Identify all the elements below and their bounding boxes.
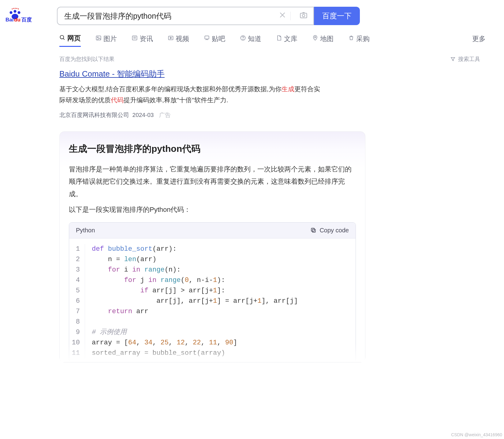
news-icon bbox=[132, 35, 138, 43]
ad-label: 广告 bbox=[159, 112, 171, 118]
svg-point-1 bbox=[14, 10, 17, 13]
ad-result: Baidu Comate - 智能编码助手 基于文心大模型,结合百度积累多年的编… bbox=[57, 68, 326, 119]
svg-point-7 bbox=[17, 8, 17, 9]
svg-rect-14 bbox=[301, 13, 307, 18]
copy-icon bbox=[310, 227, 316, 233]
tab-label: 视频 bbox=[176, 34, 189, 43]
svg-point-28 bbox=[315, 36, 316, 38]
wenku-icon bbox=[276, 35, 282, 43]
tab-caigou[interactable]: 采购 bbox=[348, 34, 370, 47]
search-box bbox=[57, 7, 314, 25]
svg-rect-25 bbox=[205, 36, 209, 39]
answer-card: 生成一段冒泡排序的python代码 冒泡排序是一种简单的排序算法，它重复地遍历要… bbox=[59, 131, 365, 362]
tab-zhidao[interactable]: 知道 bbox=[240, 34, 261, 47]
video-icon bbox=[168, 35, 174, 43]
code-gutter: 1234567891011 bbox=[69, 244, 85, 359]
tab-video[interactable]: 视频 bbox=[168, 34, 189, 47]
tab-label: 文库 bbox=[284, 34, 297, 43]
caigou-icon bbox=[348, 35, 354, 43]
svg-point-2 bbox=[18, 11, 21, 14]
tieba-icon bbox=[204, 35, 210, 43]
search-input[interactable] bbox=[64, 12, 274, 21]
baidu-logo[interactable]: Bai du 百度 bbox=[6, 8, 51, 24]
tab-label: 知道 bbox=[248, 34, 261, 43]
copy-code-label: Copy code bbox=[319, 227, 349, 234]
tab-news[interactable]: 资讯 bbox=[132, 34, 153, 47]
filter-icon bbox=[450, 56, 456, 62]
svg-rect-18 bbox=[96, 36, 101, 40]
svg-point-27 bbox=[243, 39, 243, 39]
code-block: Python Copy code 1234567891011 def bubbl… bbox=[69, 222, 356, 362]
svg-point-4 bbox=[12, 9, 13, 9]
svg-rect-29 bbox=[312, 229, 315, 232]
search-tools[interactable]: 搜索工具 bbox=[450, 55, 480, 63]
svg-point-15 bbox=[302, 14, 305, 17]
tab-more[interactable]: 更多 bbox=[472, 34, 486, 47]
tab-label: 网页 bbox=[67, 34, 81, 43]
copy-code-button[interactable]: Copy code bbox=[310, 227, 349, 234]
tab-map[interactable]: 地图 bbox=[312, 34, 334, 47]
image-icon bbox=[95, 35, 102, 43]
zhidao-icon bbox=[240, 35, 246, 43]
answer-paragraph: 以下是一段实现冒泡排序的Python代码： bbox=[69, 204, 356, 216]
map-icon bbox=[312, 35, 318, 43]
svg-point-5 bbox=[13, 8, 14, 9]
svg-rect-30 bbox=[312, 228, 315, 231]
code-lang-label: Python bbox=[76, 227, 95, 234]
clear-icon[interactable] bbox=[279, 11, 286, 21]
svg-text:Bai: Bai bbox=[6, 17, 13, 23]
svg-line-17 bbox=[63, 38, 65, 39]
code-content: def bubble_sort(arr): n = len(arr) for i… bbox=[85, 244, 298, 359]
tab-label: 贴吧 bbox=[212, 34, 225, 43]
camera-icon[interactable] bbox=[299, 11, 308, 21]
results-hint: 百度为您找到以下结果 bbox=[59, 55, 114, 63]
ad-date: 2024-03 bbox=[133, 112, 154, 118]
tab-label: 资讯 bbox=[140, 34, 153, 43]
search-button[interactable]: 百度一下 bbox=[314, 7, 360, 25]
tab-tieba[interactable]: 贴吧 bbox=[204, 34, 225, 47]
tab-label: 地图 bbox=[320, 34, 334, 43]
svg-point-16 bbox=[60, 35, 64, 39]
ad-meta: 北京百度网讯科技有限公司 2024-03 广告 bbox=[59, 111, 326, 119]
svg-point-19 bbox=[97, 37, 98, 38]
svg-point-6 bbox=[15, 8, 16, 9]
ad-description: 基于文心大模型,结合百度积累多年的编程现场大数据和外部优秀开源数据,为你生成更符… bbox=[59, 84, 326, 105]
svg-point-8 bbox=[18, 9, 19, 9]
svg-marker-24 bbox=[170, 37, 172, 39]
answer-paragraph: 冒泡排序是一种简单的排序算法，它重复地遍历要排序的数列，一次比较两个元素，如果它… bbox=[69, 163, 356, 201]
ad-source: 北京百度网讯科技有限公司 bbox=[59, 112, 129, 118]
svg-point-0 bbox=[10, 11, 13, 14]
tab-label: 更多 bbox=[472, 34, 486, 43]
search-tools-label: 搜索工具 bbox=[458, 55, 480, 63]
tab-web[interactable]: 网页 bbox=[59, 34, 81, 47]
search-icon bbox=[59, 35, 65, 42]
tab-label: 采购 bbox=[356, 34, 370, 43]
ad-title-link[interactable]: Baidu Comate - 智能编码助手 bbox=[59, 69, 165, 78]
tab-label: 图片 bbox=[103, 34, 117, 43]
tab-wenku[interactable]: 文库 bbox=[276, 34, 297, 47]
svg-text:百度: 百度 bbox=[21, 17, 32, 23]
svg-text:du: du bbox=[14, 17, 21, 23]
tab-image[interactable]: 图片 bbox=[95, 34, 117, 47]
answer-title: 生成一段冒泡排序的python代码 bbox=[69, 143, 356, 155]
